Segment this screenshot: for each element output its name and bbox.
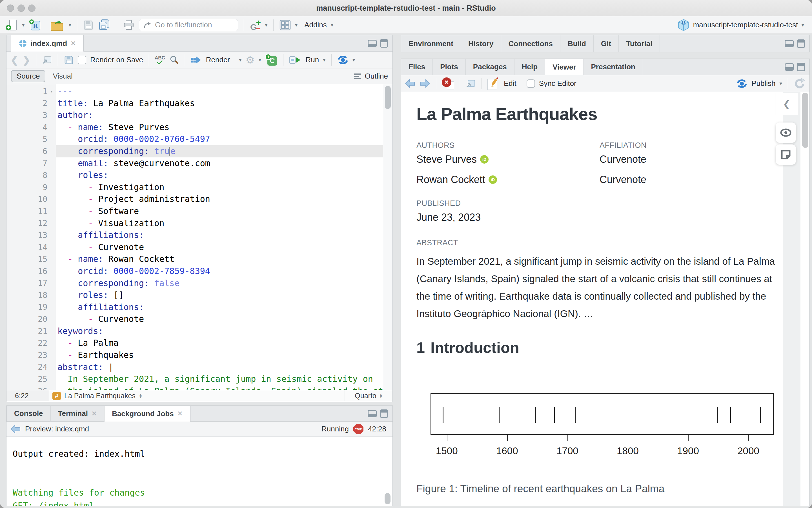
render-label[interactable]: Render — [206, 55, 230, 64]
print-icon[interactable] — [123, 19, 135, 31]
edit-pencil-icon[interactable] — [487, 77, 500, 90]
viewer-popout-icon[interactable] — [466, 79, 476, 88]
back-icon[interactable]: ❮ — [10, 54, 18, 66]
new-project-icon[interactable]: R — [29, 18, 42, 32]
close-tab-icon[interactable]: ✕ — [71, 39, 76, 47]
visibility-button[interactable] — [776, 123, 796, 143]
editor-scrollbar-thumb[interactable] — [385, 86, 391, 109]
maximize-pane-icon[interactable] — [797, 39, 805, 48]
goto-file-input[interactable] — [154, 20, 228, 30]
restore-pane-icon[interactable] — [785, 40, 794, 47]
tab-terminal[interactable]: Terminal ✕ — [51, 406, 105, 421]
jobs-scrollbar[interactable] — [383, 437, 393, 506]
viewer-toolbar: ✕ Edit Sync Editor Publish ▾ — [401, 75, 809, 92]
publish-dropdown-icon[interactable]: ▾ — [779, 81, 782, 86]
find-replace-icon[interactable] — [169, 55, 179, 65]
source-mode-button[interactable]: Source — [11, 70, 45, 82]
outline-button[interactable]: Outline — [365, 72, 388, 81]
tab-viewer[interactable]: Viewer — [545, 59, 583, 75]
gutter-line-number: 5 — [6, 133, 56, 145]
tab-presentation[interactable]: Presentation — [584, 59, 643, 75]
tab-files[interactable]: Files — [401, 59, 433, 75]
forward-icon[interactable]: ❯ — [23, 54, 31, 66]
viewer-refresh-icon[interactable] — [794, 78, 806, 90]
fold-arrow-icon[interactable]: ▾ — [47, 89, 56, 94]
new-file-dropdown-icon[interactable]: ▾ — [22, 22, 25, 28]
tab-console[interactable]: Console — [6, 406, 51, 421]
render-on-save-checkbox[interactable] — [78, 56, 86, 64]
viewer-forward-icon[interactable] — [419, 79, 430, 88]
viewer-content[interactable]: ❮ La Palma Earthquakes AUTHORS AFFILIATI… — [401, 92, 809, 506]
annotation-button[interactable] — [776, 144, 796, 165]
tab-background-jobs[interactable]: Background Jobs ✕ — [105, 406, 191, 422]
render-icon[interactable] — [191, 55, 202, 65]
new-file-icon[interactable] — [5, 18, 18, 32]
gutter-line-number: 21 — [6, 325, 56, 337]
console-output-line — [6, 460, 393, 473]
symbol-navigator[interactable]: # La Palma Earthquakes ▲▼ — [49, 390, 344, 401]
render-dropdown-icon[interactable]: ▾ — [239, 57, 242, 62]
document-title: La Palma Earthquakes — [416, 104, 597, 124]
viewer-stop-icon[interactable]: ✕ — [442, 77, 454, 90]
collapse-panel-button[interactable]: ❮ — [775, 93, 798, 115]
save-icon[interactable] — [83, 19, 94, 31]
edit-button-label[interactable]: Edit — [504, 79, 517, 88]
maximize-pane-icon[interactable] — [380, 39, 388, 48]
save-doc-icon[interactable] — [64, 55, 74, 65]
minimize-pane-icon[interactable] — [368, 410, 377, 417]
popout-icon[interactable] — [42, 55, 52, 65]
jobs-output[interactable]: Output created: index.html Watching file… — [6, 437, 393, 506]
version-control-icon[interactable]: G + − — [250, 19, 261, 31]
viewer-scrollbar-thumb[interactable] — [802, 93, 808, 148]
publish-button[interactable]: Publish — [752, 79, 775, 88]
tab-history[interactable]: History — [461, 35, 501, 52]
spellcheck-icon[interactable]: ABC — [155, 55, 165, 64]
jobs-scrollbar-thumb[interactable] — [384, 493, 391, 504]
maximize-pane-icon[interactable] — [380, 410, 388, 418]
panes-dropdown-icon[interactable]: ▾ — [295, 22, 298, 28]
goto-file-search[interactable] — [139, 19, 238, 31]
code-editor[interactable]: 1▾23456789101112131415161718192021222324… — [6, 84, 393, 390]
addins-button[interactable]: Addins — [304, 20, 327, 29]
tab-tutorial[interactable]: Tutorial — [619, 35, 660, 52]
run-icon[interactable] — [289, 55, 301, 65]
version-control-dropdown-icon[interactable]: ▾ — [265, 22, 268, 28]
stop-job-icon[interactable]: STOP — [353, 424, 363, 434]
settings-dropdown-icon[interactable]: ▾ — [259, 57, 261, 62]
sync-editor-checkbox[interactable] — [527, 79, 535, 88]
close-terminal-icon[interactable]: ✕ — [91, 410, 97, 418]
insert-chunk-icon[interactable]: C + — [265, 54, 278, 66]
editor-scrollbar[interactable] — [383, 84, 393, 390]
workspace-panes-icon[interactable] — [279, 19, 291, 31]
close-jobs-icon[interactable]: ✕ — [177, 410, 183, 418]
minimize-pane-icon[interactable] — [785, 64, 794, 71]
project-menu-button[interactable]: R manuscript-template-rstudio-test ▾ — [677, 18, 804, 32]
editor-code[interactable]: ---title: La Palma Earthquakesauthor: - … — [56, 84, 383, 390]
run-dropdown-icon[interactable]: ▾ — [323, 57, 326, 62]
open-file-icon[interactable] — [50, 19, 65, 31]
viewer-back-icon[interactable] — [405, 79, 416, 88]
rerun-icon[interactable] — [337, 55, 349, 65]
jobs-back-icon[interactable] — [10, 425, 21, 434]
tab-help[interactable]: Help — [515, 59, 545, 75]
orcid-icon[interactable]: iD — [480, 155, 489, 164]
tab-packages[interactable]: Packages — [466, 59, 515, 75]
tab-build[interactable]: Build — [560, 35, 594, 52]
minimize-pane-icon[interactable] — [368, 40, 377, 47]
addins-dropdown-icon[interactable]: ▾ — [331, 22, 334, 28]
filetype-selector[interactable]: Quarto ▲▼ — [344, 390, 393, 401]
tab-connections[interactable]: Connections — [501, 35, 560, 52]
tab-plots[interactable]: Plots — [433, 59, 466, 75]
editor-tab-index-qmd[interactable]: index.qmd ✕ — [11, 35, 84, 51]
render-settings-gear-icon[interactable]: ⚙ — [246, 54, 255, 66]
tab-environment[interactable]: Environment — [401, 35, 461, 52]
run-label[interactable]: Run — [306, 55, 319, 64]
rerun-dropdown-icon[interactable]: ▾ — [353, 57, 355, 62]
visual-mode-button[interactable]: Visual — [53, 72, 72, 81]
eye-icon — [780, 128, 792, 137]
save-all-icon[interactable] — [98, 19, 111, 31]
tab-git[interactable]: Git — [594, 35, 619, 52]
open-recent-dropdown-icon[interactable]: ▾ — [69, 22, 72, 28]
maximize-pane-icon[interactable] — [797, 63, 805, 71]
orcid-icon[interactable]: iD — [489, 175, 497, 184]
